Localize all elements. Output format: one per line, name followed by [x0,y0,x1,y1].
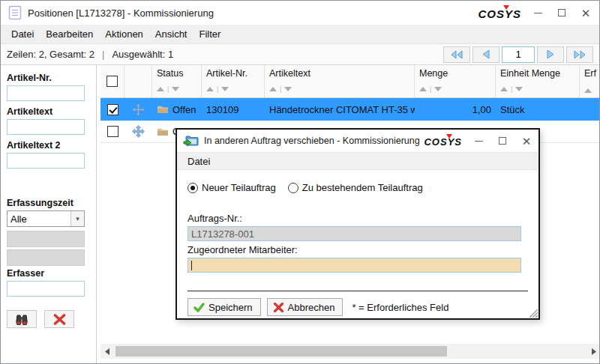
dialog-title: In anderen Auftrag verschieben - Kommiss… [204,136,420,146]
radio-icon[interactable] [188,183,198,193]
search-button[interactable] [7,310,37,328]
row-checkbox[interactable] [107,104,118,115]
menge-cell: 1,00 [415,98,496,121]
sort-asc-icon[interactable] [157,87,164,91]
cosys-logo: COSYS [424,135,462,148]
menu-datei[interactable]: Datei [5,26,40,42]
erfasser-label: Erfasser [7,268,90,279]
document-icon [8,5,22,20]
artikeltext-input[interactable] [7,119,85,135]
erfassungszeit-von-field [7,231,85,247]
sort-desc-icon[interactable] [515,87,523,91]
artikeltext-label: Artikeltext [7,106,90,117]
mitarbeiter-label: Zugeordneter Mitarbeiter: [188,244,528,255]
column-header-einheit-menge[interactable]: Einheit Menge | [496,65,580,97]
dialog-menu-datei[interactable]: Datei [182,154,216,169]
scrollbar-thumb[interactable] [116,346,447,357]
cancel-button[interactable]: Abbrechen [267,298,344,316]
erfassungszeit-value: Alle [10,213,27,225]
page-number-input[interactable] [502,46,535,63]
left-arrow-icon [481,49,491,59]
row-checkbox[interactable] [107,126,118,137]
select-all-checkbox[interactable] [106,76,118,87]
chevron-down-icon: ▾ [70,211,84,226]
sort-desc-icon[interactable] [221,87,229,91]
artikeltext-cell: Händetrockner CITOMAT HT-35 weiß [265,98,415,121]
column-header-artikel-nr[interactable]: Artikel-Nr. | [202,65,265,97]
clear-filter-button[interactable] [44,310,74,328]
erfassungszeit-bis-field [7,249,85,266]
status-toolbar: Zeilen: 2, Gesamt: 2 | Ausgewählt: 1 [1,44,599,65]
sort-desc-icon[interactable] [172,87,179,91]
artikel-nr-cell: 130109 [202,98,265,121]
mitarbeiter-field[interactable] [188,258,521,273]
double-left-arrow-icon [450,50,464,59]
table-row[interactable]: Offen 130109 Händetrockner CITOMAT HT-35… [100,98,600,121]
einheit-menge-cell: Stück [496,98,580,121]
dialog-titlebar: In anderen Auftrag verschieben - Kommiss… [177,130,538,152]
auftrags-nr-field: L1713278-001 [188,226,521,241]
window-controls: ✕ [532,7,592,19]
artikel-nr-input[interactable] [7,85,85,101]
first-page-button[interactable] [443,46,470,63]
dialog-menubar: Datei [177,152,538,170]
cosys-logo: COSYS [478,6,521,20]
scroll-left-arrow-icon[interactable] [100,344,114,359]
move-row-icon[interactable] [132,125,145,138]
main-window: Positionen [L1713278] - Kommissionierung… [0,0,600,364]
dialog-separator [188,291,528,291]
sort-asc-icon[interactable] [584,88,592,93]
required-field-note: * = Erforderliches Feld [352,302,448,313]
menu-ansicht[interactable]: Ansicht [149,26,194,42]
sidebar-buttons [7,310,90,328]
menu-bearbeiten[interactable]: Bearbeiten [40,26,99,42]
right-arrow-icon [545,49,556,59]
window-title: Positionen [L1713278] - Kommissionierung [28,7,214,19]
move-column-header [124,65,152,97]
menu-aktionen[interactable]: Aktionen [99,26,149,42]
prev-page-button[interactable] [472,46,500,63]
dialog-minimize-button[interactable] [472,135,484,147]
close-button[interactable]: ✕ [580,7,592,19]
sort-asc-icon[interactable] [206,87,214,91]
maximize-button[interactable] [556,7,568,19]
rows-count-text: Zeilen: 2, Gesamt: 2 [7,49,94,60]
last-page-button[interactable] [566,46,593,63]
menu-filter[interactable]: Filter [193,26,226,42]
titlebar: Positionen [L1713278] - Kommissionierung… [1,1,599,25]
table-header-row: Status | Artikel-Nr. | Artikeltext | Men… [100,65,600,98]
resize-grip-icon[interactable] [529,309,538,318]
select-all-cell [100,65,124,97]
sort-desc-icon[interactable] [284,87,292,91]
artikel-nr-label: Artikel-Nr. [7,73,90,83]
radio-zu-bestehendem-teilauftrag[interactable]: Zu bestehendem Teilauftrag [288,182,423,193]
sort-asc-icon[interactable] [419,87,427,91]
column-header-artikeltext[interactable]: Artikeltext | [265,65,415,97]
pager [443,46,593,63]
column-header-status[interactable]: Status | [152,65,202,97]
erfasser-input[interactable] [7,281,85,297]
double-right-arrow-icon [573,50,586,59]
sort-desc-icon[interactable] [434,87,442,91]
sort-asc-icon[interactable] [269,87,277,91]
next-page-button[interactable] [537,46,564,63]
artikeltext2-input[interactable] [7,153,85,169]
red-x-icon [53,314,66,325]
radio-neuer-teilauftrag[interactable]: Neuer Teilauftrag [188,182,276,193]
column-header-erfassung[interactable]: Erf [580,65,600,97]
save-button[interactable]: Speichern [188,298,261,316]
scroll-right-arrow-icon[interactable] [587,344,600,359]
radio-icon[interactable] [288,183,298,193]
minimize-button[interactable] [532,7,544,19]
status-cell: Offen [152,98,202,121]
green-check-icon [194,303,205,312]
move-row-icon[interactable] [132,103,145,116]
column-header-menge[interactable]: Menge | [415,65,496,97]
sort-asc-icon[interactable] [500,87,508,91]
erfassungszeit-select[interactable]: Alle ▾ [7,210,85,227]
dialog-close-button[interactable]: ✕ [520,135,532,147]
move-folder-icon [183,135,199,148]
horizontal-scrollbar[interactable] [100,344,600,359]
dialog-maximize-button[interactable] [496,135,508,147]
menubar: Datei Bearbeiten Aktionen Ansicht Filter [1,25,599,44]
